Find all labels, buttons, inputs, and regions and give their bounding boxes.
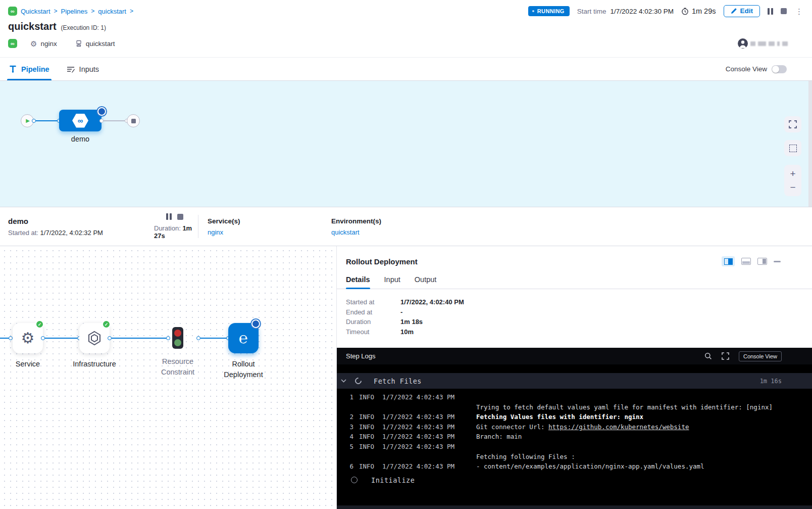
zoom-out-button[interactable]: − — [790, 182, 795, 192]
step-details: Started at1/7/2022, 4:02:40 PM Ended at-… — [337, 289, 812, 348]
detail-label: Duration — [346, 317, 400, 327]
started-at-label: Started at: — [8, 229, 38, 237]
edit-button[interactable]: Edit — [724, 5, 760, 17]
log-body: 1INFO1/7/2022 4:02:43 PM Trying to fetch… — [337, 389, 812, 472]
clock-icon — [681, 8, 689, 15]
section-name: Initialize — [371, 476, 415, 484]
edge-connector — [196, 336, 200, 340]
canvas-fullscreen-button[interactable] — [784, 116, 801, 132]
service-link[interactable]: nginx — [208, 228, 331, 236]
search-icon[interactable] — [704, 352, 712, 360]
step-logs-title: Step Logs — [346, 352, 376, 360]
log-line: Fetching following Files : — [337, 452, 812, 462]
log-line: 1INFO1/7/2022 4:02:43 PM — [337, 392, 812, 402]
breadcrumb-link-pipeline-name[interactable]: quickstart — [98, 8, 126, 15]
execution-graph-canvas[interactable]: ⚙ ✓ ✓ ℮ Service Infrastructure Reso — [0, 246, 337, 509]
cd-module-icon: ∞ — [8, 39, 17, 48]
edge — [200, 338, 228, 339]
breadcrumb-row: ∞ Quickstart > Pipelines > quickstart > … — [0, 0, 812, 17]
step-details-panel: Rollout Deployment Details Input Output … — [337, 246, 812, 509]
play-icon: ▶ — [26, 118, 30, 123]
layout-right-button[interactable] — [757, 258, 767, 265]
breadcrumb-separator: > — [91, 8, 94, 15]
edge — [45, 338, 77, 339]
console-view-toggle[interactable] — [772, 65, 787, 73]
environments-block: Environment(s) quickstart — [331, 217, 455, 236]
canvas-fit-button[interactable] — [784, 140, 801, 156]
breadcrumb-separator: > — [54, 8, 58, 15]
stage-abort-button[interactable] — [177, 214, 183, 220]
log-line: 6INFO1/7/2022 4:02:43 PM- content/en/exa… — [337, 461, 812, 472]
step-panel-title: Rollout Deployment — [346, 257, 722, 266]
start-time: Start time 1/7/2022 4:02:30 PM — [577, 8, 674, 15]
environment-link[interactable]: quickstart — [331, 228, 455, 236]
elapsed-time: 1m 29s — [681, 7, 716, 15]
divider — [198, 215, 198, 238]
step-node-rollout-deployment[interactable]: ℮ — [228, 323, 259, 353]
breadcrumb-link-quickstart[interactable]: Quickstart — [21, 8, 50, 15]
layout-split-right-button[interactable] — [722, 256, 735, 266]
fullscreen-icon — [789, 120, 797, 128]
minimize-panel-button[interactable] — [774, 261, 781, 262]
service-gear-icon: ⚙ — [21, 331, 35, 346]
stage-pause-button[interactable] — [166, 213, 172, 220]
section-pending-icon — [351, 477, 358, 483]
tab-details[interactable]: Details — [346, 275, 370, 289]
edge-connector — [41, 336, 45, 340]
pipeline-stage-graph: ▶ ∞ demo + − — [0, 81, 812, 207]
redacted-text — [769, 41, 775, 46]
edge-connector — [9, 336, 13, 340]
more-options-button[interactable]: ⋮ — [794, 8, 804, 15]
step-label-infrastructure: Infrastructure — [63, 359, 126, 369]
page-header: ∞ Quickstart > Pipelines > quickstart > … — [0, 0, 812, 57]
abort-execution-button[interactable] — [781, 8, 787, 14]
logs-fullscreen-icon[interactable] — [722, 352, 729, 360]
log-section-initialize[interactable]: Initialize — [337, 476, 812, 484]
stage-label: demo — [59, 135, 102, 143]
logs-console-view-button[interactable]: Console View — [739, 351, 782, 361]
log-line: 3INFO1/7/2022 4:02:43 PMGit connector Ur… — [337, 422, 812, 432]
redacted-text — [782, 41, 788, 46]
harness-logo-icon: ∞ — [8, 7, 17, 16]
step-node-resource-constraint[interactable] — [172, 327, 183, 349]
log-section-fetch-files[interactable]: Fetch Files 1m 16s — [337, 373, 812, 389]
services-block: Service(s) nginx — [208, 217, 331, 236]
layout-bottom-button[interactable] — [741, 258, 751, 265]
start-time-label: Start time — [577, 8, 606, 15]
detail-value: 1/7/2022, 4:02:40 PM — [400, 297, 464, 307]
pencil-icon — [731, 8, 737, 14]
tab-output[interactable]: Output — [415, 275, 437, 289]
edge-connector — [32, 119, 36, 123]
console-view-label: Console View — [726, 65, 767, 73]
stage-info-bar: demo Started at: 1/7/2022, 4:02:32 PM Du… — [0, 207, 812, 246]
zoom-in-button[interactable]: + — [790, 169, 795, 178]
environment-tag[interactable]: quickstart — [75, 40, 115, 48]
edge — [112, 338, 168, 339]
pause-execution-button[interactable] — [768, 8, 773, 15]
section-loading-spinner-icon — [353, 376, 363, 385]
fit-selection-icon — [789, 145, 797, 152]
execution-id: (Execution ID: 1) — [61, 24, 106, 31]
title-row: quickstart (Execution ID: 1) — [0, 17, 812, 32]
tags-row: ∞ ⚙ nginx quickstart — [0, 32, 812, 49]
stage-node-demo[interactable]: ∞ — [59, 110, 102, 131]
tab-input[interactable]: Input — [384, 275, 400, 289]
stage-duration-block: Duration: 1m 27s — [146, 213, 193, 240]
log-link[interactable]: https://github.com/kubernetes/website — [548, 423, 689, 431]
duration-label: Duration: — [154, 224, 181, 232]
breadcrumb: ∞ Quickstart > Pipelines > quickstart > — [8, 7, 133, 16]
tab-inputs[interactable]: Inputs — [67, 58, 99, 80]
service-tag[interactable]: ⚙ nginx — [30, 40, 57, 48]
tab-pipeline[interactable]: Pipeline — [9, 58, 49, 80]
detail-value: 1m 18s — [400, 317, 423, 327]
edge-connector — [108, 336, 112, 340]
end-node[interactable] — [127, 114, 140, 127]
edge-connector — [99, 119, 104, 123]
detail-label: Started at — [346, 297, 400, 307]
breadcrumb-link-pipelines[interactable]: Pipelines — [61, 8, 88, 15]
stop-icon — [131, 119, 136, 123]
user-avatar — [738, 38, 748, 49]
person-icon — [738, 38, 748, 49]
start-time-value: 1/7/2022 4:02:30 PM — [611, 8, 674, 15]
step-logs-header: Step Logs Console View — [337, 348, 812, 364]
